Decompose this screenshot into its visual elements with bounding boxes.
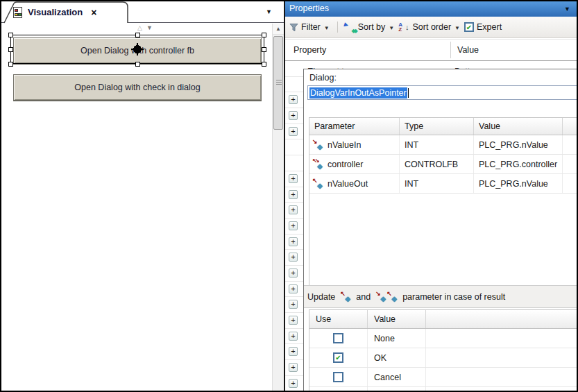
result-table: Use Value None✔OKCancelAbort bbox=[309, 309, 578, 392]
resize-handle[interactable] bbox=[262, 33, 266, 37]
expand-plus-icon[interactable]: + bbox=[289, 253, 298, 262]
and-word: and bbox=[356, 292, 371, 302]
tab-list-dropdown-icon[interactable]: ▼ bbox=[266, 8, 272, 15]
sort-order-dropdown-icon[interactable]: ▼ bbox=[454, 25, 460, 31]
panel-title: Properties bbox=[289, 3, 329, 13]
editor-tab-bar: Visualization × ▼ bbox=[1, 1, 284, 23]
scrollbar-thumb[interactable] bbox=[273, 36, 283, 130]
result-phrase: parameter in case of result bbox=[402, 292, 505, 302]
column-divider[interactable] bbox=[450, 42, 451, 58]
tab-visualization[interactable]: Visualization × bbox=[3, 1, 130, 23]
parameter-value: PLC_PRG.nValue bbox=[474, 174, 563, 193]
param-inout-icon bbox=[312, 159, 323, 169]
input-configuration-dialog: Dialog: DialogVarInOutAsPointer Paramete… bbox=[303, 69, 578, 392]
inout-param-pair-icon bbox=[375, 291, 398, 302]
expand-plus-icon[interactable]: + bbox=[289, 174, 298, 183]
property-row-stub: + bbox=[285, 282, 303, 298]
resize-handle[interactable] bbox=[262, 47, 266, 52]
resize-handle[interactable] bbox=[135, 33, 140, 37]
column-header-value[interactable]: Value bbox=[474, 118, 563, 135]
expand-plus-icon[interactable]: + bbox=[289, 269, 298, 278]
splitter-up-icon[interactable]: △ bbox=[137, 24, 142, 31]
property-row-stub: + bbox=[285, 266, 303, 282]
expand-plus-icon[interactable]: + bbox=[289, 300, 298, 309]
text-caret bbox=[408, 88, 409, 98]
sort-by-dropdown-icon[interactable]: ▼ bbox=[389, 25, 394, 31]
parameter-name-cell: nValueIn bbox=[309, 135, 400, 154]
resize-handle[interactable] bbox=[8, 62, 13, 67]
column-header-empty bbox=[426, 310, 432, 328]
column-header-property[interactable]: Property bbox=[294, 45, 326, 55]
visualization-icon bbox=[13, 7, 22, 18]
property-expander-strip: +++++++++++++++++ bbox=[285, 61, 303, 391]
input-param-icon bbox=[375, 291, 386, 302]
use-cell: ✔ bbox=[309, 348, 368, 367]
column-header-type[interactable]: Type bbox=[400, 118, 474, 135]
result-value: Abort bbox=[368, 387, 426, 392]
parameter-value: PLC_PRG.nValue bbox=[474, 135, 563, 154]
expand-plus-icon[interactable]: + bbox=[289, 316, 298, 325]
expert-checkbox[interactable]: ✔ bbox=[464, 22, 474, 32]
sort-by-icon bbox=[344, 22, 355, 33]
element-center-move-icon[interactable] bbox=[133, 44, 142, 54]
expand-plus-icon[interactable]: + bbox=[289, 95, 298, 104]
expand-plus-icon[interactable]: + bbox=[289, 111, 298, 120]
sort-order-button[interactable]: Sort order bbox=[413, 22, 452, 32]
parameter-name: nValueOut bbox=[328, 179, 368, 189]
dialog-name-input[interactable]: DialogVarInOutAsPointer bbox=[307, 85, 578, 100]
tab-close-icon[interactable]: × bbox=[91, 7, 96, 18]
filter-dropdown-icon[interactable]: ▼ bbox=[324, 25, 330, 31]
expand-plus-icon[interactable]: + bbox=[289, 237, 298, 246]
result-row[interactable]: Abort bbox=[309, 387, 578, 392]
result-value: Cancel bbox=[368, 368, 426, 386]
use-cell bbox=[309, 329, 368, 348]
parameter-row[interactable]: controllerCONTROLFBPLC_PRG.controller bbox=[309, 155, 578, 174]
panel-menu-icon[interactable]: ▼ bbox=[564, 6, 570, 12]
parameter-row[interactable]: nValueOutINTPLC_PRG.nValue bbox=[309, 174, 578, 194]
result-row[interactable]: ✔OK bbox=[309, 348, 578, 368]
checkbox-unchecked[interactable] bbox=[333, 333, 343, 343]
property-row-stub bbox=[285, 155, 303, 171]
resize-handle[interactable] bbox=[8, 47, 13, 52]
update-result-bar: Update and parameter in case of result bbox=[304, 285, 578, 308]
splitter-down-icon[interactable]: ▼ bbox=[146, 24, 153, 31]
property-row-stub: + bbox=[285, 250, 303, 266]
sort-by-button[interactable]: Sort by bbox=[358, 22, 386, 32]
column-header-use[interactable]: Use bbox=[309, 310, 368, 328]
checkbox-checked[interactable]: ✔ bbox=[333, 352, 343, 363]
expand-plus-icon[interactable]: + bbox=[289, 190, 298, 199]
expand-plus-icon[interactable]: + bbox=[289, 379, 298, 388]
parameter-type: CONTROLFB bbox=[400, 155, 474, 173]
editor-vertical-scrollbar[interactable]: ▲ bbox=[272, 24, 284, 391]
param-output-icon bbox=[312, 178, 323, 189]
output-param-icon bbox=[386, 291, 398, 302]
resize-handle[interactable] bbox=[262, 62, 266, 67]
expand-plus-icon[interactable]: + bbox=[289, 332, 298, 341]
property-row-stub: + bbox=[285, 187, 303, 203]
expand-plus-icon[interactable]: + bbox=[289, 363, 298, 372]
scrollbar-up-icon[interactable]: ▲ bbox=[273, 24, 284, 35]
parameter-empty-cell bbox=[563, 135, 568, 154]
result-row[interactable]: Cancel bbox=[309, 368, 578, 387]
property-row-stub: + bbox=[285, 171, 303, 187]
result-row[interactable]: None bbox=[309, 329, 578, 348]
expand-plus-icon[interactable]: + bbox=[289, 221, 298, 230]
expand-plus-icon[interactable]: + bbox=[289, 127, 298, 136]
property-row-stub: + bbox=[285, 376, 303, 392]
expand-plus-icon[interactable]: + bbox=[289, 347, 298, 356]
column-header-value[interactable]: Value bbox=[368, 310, 426, 328]
expand-plus-icon[interactable]: + bbox=[289, 284, 298, 293]
property-row-stub: + bbox=[285, 219, 303, 235]
checkbox-unchecked[interactable] bbox=[333, 372, 343, 382]
visu-button-open-dialog-check[interactable]: Open Dialog with check in dialog bbox=[13, 74, 262, 101]
parameter-empty-cell bbox=[563, 155, 568, 173]
column-header-parameter[interactable]: Parameter bbox=[309, 118, 400, 135]
sort-order-arrow-icon: ↓ bbox=[405, 23, 409, 31]
filter-button[interactable]: Filter bbox=[301, 22, 321, 32]
column-header-empty bbox=[563, 118, 568, 135]
expand-plus-icon[interactable]: + bbox=[289, 205, 298, 214]
property-row-stub: + bbox=[285, 203, 303, 219]
resize-handle[interactable] bbox=[8, 33, 13, 37]
parameter-row[interactable]: nValueInINTPLC_PRG.nValue bbox=[309, 135, 578, 155]
column-header-value[interactable]: Value bbox=[457, 45, 479, 55]
